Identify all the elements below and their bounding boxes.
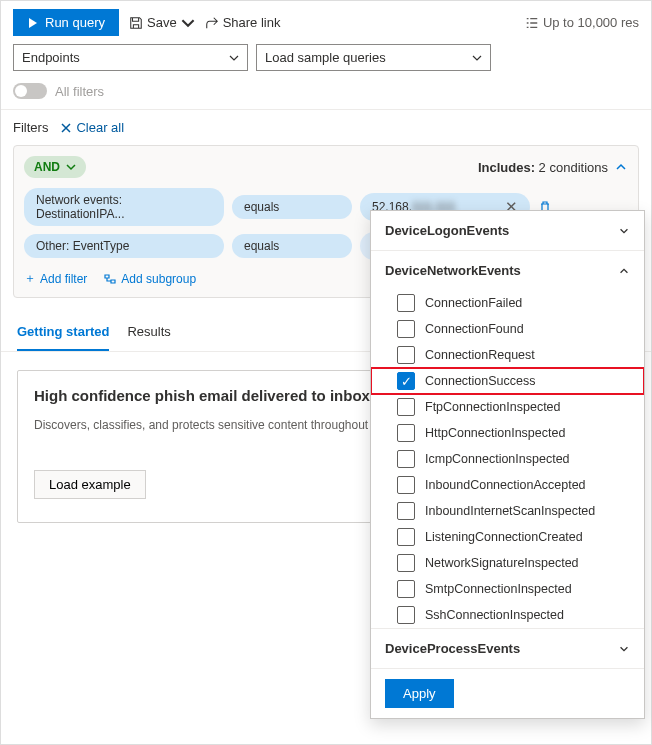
chevron-down-icon — [229, 53, 239, 63]
list-icon — [525, 16, 539, 30]
chevron-icon — [618, 265, 630, 277]
includes-count: 2 conditions — [539, 160, 608, 175]
share-link-button[interactable]: Share link — [205, 15, 281, 30]
option-label: InboundInternetScanInspected — [425, 504, 595, 518]
and-operator-chip[interactable]: AND — [24, 156, 86, 178]
chevron-icon — [618, 225, 630, 237]
save-icon — [129, 16, 143, 30]
section-header[interactable]: DeviceLogonEvents — [371, 211, 644, 250]
option-label: FtpConnectionInspected — [425, 400, 561, 414]
checkbox[interactable] — [397, 320, 415, 338]
field-pill[interactable]: Network events: DestinationIPA... — [24, 188, 224, 226]
option-connectionrequest[interactable]: ConnectionRequest — [371, 342, 644, 368]
run-query-button[interactable]: Run query — [13, 9, 119, 36]
option-label: ConnectionFailed — [425, 296, 522, 310]
play-icon — [27, 17, 39, 29]
option-smtpconnectioninspected[interactable]: SmtpConnectionInspected — [371, 576, 644, 602]
checkbox[interactable] — [397, 554, 415, 572]
plus-icon: ＋ — [24, 270, 36, 287]
endpoints-label: Endpoints — [22, 50, 80, 65]
checkbox[interactable] — [397, 580, 415, 598]
option-label: NetworkSignatureInspected — [425, 556, 579, 570]
option-label: SshConnectionInspected — [425, 608, 564, 622]
checkbox[interactable] — [397, 476, 415, 494]
load-example-button[interactable]: Load example — [34, 470, 146, 499]
chevron-icon — [618, 643, 630, 655]
option-label: ListeningConnectionCreated — [425, 530, 583, 544]
share-label: Share link — [223, 15, 281, 30]
sample-label: Load sample queries — [265, 50, 386, 65]
option-httpconnectioninspected[interactable]: HttpConnectionInspected — [371, 420, 644, 446]
collapse-group-button[interactable] — [614, 160, 628, 174]
option-label: ConnectionSuccess — [425, 374, 535, 388]
option-label: ConnectionFound — [425, 322, 524, 336]
checkbox[interactable] — [397, 424, 415, 442]
option-connectionfound[interactable]: ConnectionFound — [371, 316, 644, 342]
operator-pill[interactable]: equals — [232, 234, 352, 258]
clear-icon — [60, 122, 72, 134]
option-label: ConnectionRequest — [425, 348, 535, 362]
chevron-down-icon — [472, 53, 482, 63]
event-type-dropdown-panel: DeviceLogonEventsDeviceNetworkEventsConn… — [370, 210, 645, 719]
option-networksignatureinspected[interactable]: NetworkSignatureInspected — [371, 550, 644, 576]
option-listeningconnectioncreated[interactable]: ListeningConnectionCreated — [371, 524, 644, 550]
checkbox[interactable] — [397, 528, 415, 546]
option-ftpconnectioninspected[interactable]: FtpConnectionInspected — [371, 394, 644, 420]
endpoints-dropdown[interactable]: Endpoints — [13, 44, 248, 71]
checkbox[interactable] — [397, 502, 415, 520]
option-label: InboundConnectionAccepted — [425, 478, 586, 492]
field-pill[interactable]: Other: EventType — [24, 234, 224, 258]
sample-queries-dropdown[interactable]: Load sample queries — [256, 44, 491, 71]
all-filters-label: All filters — [55, 84, 104, 99]
save-button[interactable]: Save — [129, 15, 195, 30]
option-label: HttpConnectionInspected — [425, 426, 565, 440]
operator-pill[interactable]: equals — [232, 195, 352, 219]
run-query-label: Run query — [45, 15, 105, 30]
option-icmpconnectioninspected[interactable]: IcmpConnectionInspected — [371, 446, 644, 472]
tab-getting-started[interactable]: Getting started — [17, 324, 109, 351]
share-icon — [205, 16, 219, 30]
all-filters-toggle[interactable] — [13, 83, 47, 99]
section-header[interactable]: DeviceNetworkEvents — [371, 251, 644, 290]
clear-all-button[interactable]: Clear all — [60, 120, 124, 135]
checkbox[interactable] — [397, 450, 415, 468]
checkbox[interactable]: ✓ — [397, 372, 415, 390]
apply-button[interactable]: Apply — [385, 679, 454, 708]
add-subgroup-button[interactable]: Add subgroup — [103, 270, 196, 287]
subgroup-icon — [103, 272, 117, 286]
option-inboundinternetscaninspected[interactable]: InboundInternetScanInspected — [371, 498, 644, 524]
option-label: IcmpConnectionInspected — [425, 452, 570, 466]
option-inboundconnectionaccepted[interactable]: InboundConnectionAccepted — [371, 472, 644, 498]
chevron-down-icon — [181, 16, 195, 30]
save-label: Save — [147, 15, 177, 30]
option-sshconnectioninspected[interactable]: SshConnectionInspected — [371, 602, 644, 628]
option-connectionfailed[interactable]: ConnectionFailed — [371, 290, 644, 316]
checkbox[interactable] — [397, 398, 415, 416]
add-filter-button[interactable]: ＋Add filter — [24, 270, 87, 287]
results-limit-info: Up to 10,000 res — [525, 15, 639, 30]
checkbox[interactable] — [397, 294, 415, 312]
tab-results[interactable]: Results — [127, 324, 170, 351]
chevron-down-icon — [66, 162, 76, 172]
includes-label: Includes: — [478, 160, 535, 175]
option-label: SmtpConnectionInspected — [425, 582, 572, 596]
section-header[interactable]: DeviceProcessEvents — [371, 629, 644, 668]
option-connectionsuccess[interactable]: ✓ConnectionSuccess — [371, 368, 644, 394]
checkbox[interactable] — [397, 606, 415, 624]
filters-heading: Filters — [13, 120, 48, 135]
checkbox[interactable] — [397, 346, 415, 364]
